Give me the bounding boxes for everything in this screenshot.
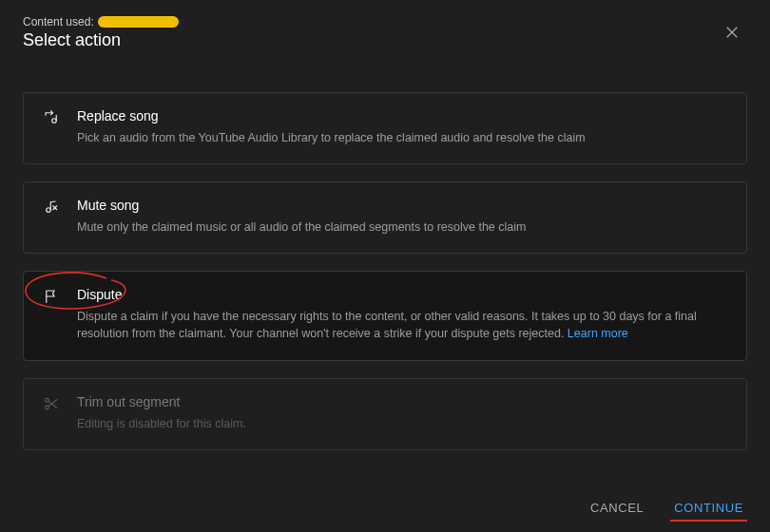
hand-drawn-underline-mark xyxy=(670,520,747,522)
learn-more-link[interactable]: Learn more xyxy=(568,327,628,340)
dialog-footer: CANCEL CONTINUE xyxy=(587,495,747,521)
option-body: Dispute Dispute a claim if you have the … xyxy=(77,287,727,342)
options-list: Replace song Pick an audio from the YouT… xyxy=(23,92,747,450)
cancel-button[interactable]: CANCEL xyxy=(587,495,647,521)
mute-icon xyxy=(43,198,62,236)
close-icon xyxy=(723,24,741,45)
flag-icon xyxy=(43,287,62,342)
dialog-title: Select action xyxy=(23,30,747,50)
select-action-dialog: Content used: Select action xyxy=(0,0,770,532)
option-title: Dispute xyxy=(77,287,727,302)
svg-point-2 xyxy=(52,119,57,124)
option-title: Replace song xyxy=(77,108,727,124)
close-button[interactable] xyxy=(721,23,743,46)
content-used-line: Content used: xyxy=(23,15,747,28)
content-used-label: Content used: xyxy=(23,15,94,28)
option-title: Mute song xyxy=(77,198,727,213)
continue-button[interactable]: CONTINUE xyxy=(670,495,747,521)
scissors-icon xyxy=(43,394,62,432)
option-body: Mute song Mute only the claimed music or… xyxy=(77,198,727,236)
content-used-redacted xyxy=(98,16,179,28)
option-body: Replace song Pick an audio from the YouT… xyxy=(77,108,727,146)
continue-label: CONTINUE xyxy=(674,501,743,515)
svg-point-6 xyxy=(46,398,49,402)
replace-icon xyxy=(43,108,62,146)
option-dispute[interactable]: Dispute Dispute a claim if you have the … xyxy=(23,271,747,360)
option-desc: Mute only the claimed music or all audio… xyxy=(77,218,727,236)
option-mute-song[interactable]: Mute song Mute only the claimed music or… xyxy=(23,181,747,254)
option-desc: Dispute a claim if you have the necessar… xyxy=(77,308,727,342)
option-replace-song[interactable]: Replace song Pick an audio from the YouT… xyxy=(23,92,747,164)
dialog-header: Content used: Select action xyxy=(23,15,747,73)
option-desc: Pick an audio from the YouTube Audio Lib… xyxy=(77,129,727,146)
option-desc: Editing is disabled for this claim. xyxy=(77,415,727,432)
svg-point-3 xyxy=(47,208,51,213)
option-trim-segment: Trim out segment Editing is disabled for… xyxy=(23,378,747,450)
option-title: Trim out segment xyxy=(77,394,727,409)
svg-point-7 xyxy=(46,405,49,408)
option-body: Trim out segment Editing is disabled for… xyxy=(77,394,727,432)
